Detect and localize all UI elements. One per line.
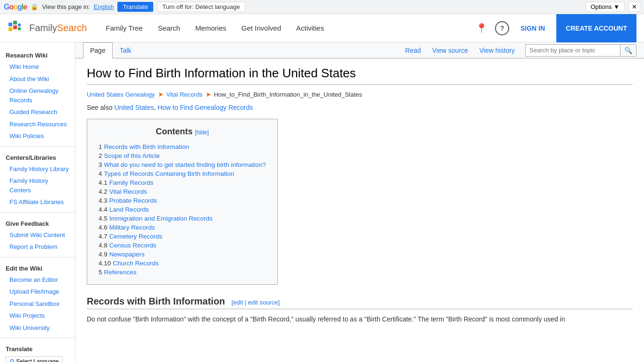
toc-item-1: 1Records with Birth Information — [99, 142, 266, 151]
sidebar-item-fhc[interactable]: Family History Centers — [0, 175, 75, 196]
toc-link-4-4[interactable]: Land Records — [109, 206, 149, 213]
toc-link-4-5[interactable]: Immigration and Emigration Records — [109, 215, 213, 222]
article-tabs: Page Talk Read View source View history … — [75, 42, 644, 58]
section1-edit-links: [edit | edit source] — [231, 299, 280, 306]
nav-activities[interactable]: Activities — [289, 14, 331, 42]
toc-item-4-9: 4.9Newspapers — [99, 250, 266, 259]
see-also-link-genealogy[interactable]: How to Find Genealogy Records — [157, 104, 253, 111]
toc-link-4-8[interactable]: Census Records — [109, 242, 157, 249]
location-icon-button[interactable]: 📍 — [474, 21, 489, 36]
sidebar-item-wiki-university[interactable]: Wiki University — [0, 322, 75, 334]
toc-hide-link[interactable]: [hide] — [195, 129, 208, 136]
close-translate-button[interactable]: ✕ — [628, 2, 640, 12]
tab-actions: Read View source View history 🔍 — [400, 43, 636, 58]
nav-memories[interactable]: Memories — [188, 14, 234, 42]
wiki-search-box: 🔍 — [525, 44, 636, 57]
logo-text: FamilySearch — [29, 23, 87, 33]
section1-heading: Records with Birth Information [edit | e… — [87, 296, 633, 309]
toc-item-4-3: 4.3Probate Records — [99, 196, 266, 205]
toc-link-2[interactable]: Scope of this Article — [104, 152, 160, 159]
svg-rect-5 — [18, 27, 21, 30]
toc-item-4-2: 4.2Vital Records — [99, 187, 266, 196]
section1-edit-source-link[interactable]: edit source — [248, 299, 278, 306]
sidebar-item-fhl[interactable]: Family History Library — [0, 163, 75, 175]
toc-link-4-10[interactable]: Church Records — [113, 260, 159, 267]
view-label: View this page in: — [42, 3, 90, 10]
toc-link-4-9[interactable]: Newspapers — [109, 251, 145, 258]
sidebar-item-guided-research[interactable]: Guided Research — [0, 106, 75, 118]
breadcrumb-vital-records[interactable]: Vital Records — [166, 91, 203, 98]
sidebar-item-fs-affiliate[interactable]: FS Affiliate Libraries — [0, 196, 75, 208]
options-button[interactable]: Options ▼ — [586, 2, 625, 12]
sidebar: Research Wiki Wiki Home About the Wiki O… — [0, 42, 75, 362]
sidebar-item-upload-file[interactable]: Upload File/Image — [0, 286, 75, 298]
logo-link[interactable]: FamilySearch — [8, 19, 87, 38]
toc-link-4-1[interactable]: Family Records — [109, 179, 154, 186]
breadcrumb-arrow-1: ➤ — [158, 90, 164, 98]
translate-bar: Google 🔒 View this page in: English Tran… — [0, 0, 644, 14]
tab-action-read[interactable]: Read — [400, 43, 425, 58]
toc-item-4: 4Types of Records Containing Birth Infor… — [99, 169, 266, 178]
svg-rect-2 — [8, 27, 12, 31]
nav-links: Family Tree Search Memories Get Involved… — [98, 14, 474, 42]
main-content: Page Talk Read View source View history … — [75, 42, 644, 362]
section1-edit-link[interactable]: edit — [233, 299, 243, 306]
sidebar-item-wiki-home[interactable]: Wiki Home — [0, 61, 75, 73]
toc-title: Contents [hide] — [99, 127, 266, 137]
sidebar-section-translate: Translate — [0, 342, 75, 354]
toc-link-4[interactable]: Types of Records Containing Birth Inform… — [104, 170, 234, 177]
nav-get-involved[interactable]: Get Involved — [234, 14, 289, 42]
turnoff-button[interactable]: Turn off for: Detect language — [157, 2, 245, 12]
sidebar-divider-3 — [0, 257, 75, 257]
signin-button[interactable]: SIGN IN — [515, 22, 551, 35]
sidebar-item-personal-sandbox[interactable]: Personal Sandbox — [0, 298, 75, 310]
sidebar-item-about-wiki[interactable]: About the Wiki — [0, 73, 75, 85]
sidebar-item-online-genealogy[interactable]: Online Genealogy Records — [0, 85, 75, 106]
toc-link-4-3[interactable]: Probate Records — [109, 197, 157, 204]
sidebar-section-centers: Centers/Libraries — [0, 150, 75, 163]
toc-link-4-7[interactable]: Cemetery Records — [109, 233, 163, 240]
sidebar-item-research-resources[interactable]: Research Resources — [0, 118, 75, 131]
toc-item-2: 2Scope of this Article — [99, 151, 266, 160]
breadcrumb-us-genealogy[interactable]: United States Genealogy — [87, 91, 155, 98]
toc-item-4-10: 4.10Church Records — [99, 259, 266, 268]
help-icon-button[interactable]: ? — [495, 21, 509, 35]
toc-list: 1Records with Birth Information 2Scope o… — [99, 142, 266, 277]
breadcrumb-current: How_to_Find_Birth_Information_in_the_Uni… — [214, 91, 362, 98]
nav-search[interactable]: Search — [150, 14, 188, 42]
tab-talk[interactable]: Talk — [113, 42, 139, 58]
main-nav: FamilySearch Family Tree Search Memories… — [0, 14, 644, 42]
sidebar-divider-4 — [0, 337, 75, 338]
wiki-search-input[interactable] — [526, 45, 620, 56]
sidebar-item-wiki-projects[interactable]: Wiki Projects — [0, 310, 75, 322]
create-account-button[interactable]: CREATE ACCOUNT — [556, 14, 636, 42]
sidebar-item-report-problem[interactable]: Report a Problem — [0, 241, 75, 253]
toc-item-5: 5References — [99, 268, 266, 277]
see-also: See also United States, How to Find Gene… — [87, 104, 633, 111]
lock-icon: 🔒 — [31, 3, 38, 10]
language-link[interactable]: English — [94, 3, 114, 10]
sidebar-section-research-wiki: Research Wiki — [0, 48, 75, 61]
toc-link-5[interactable]: References — [104, 269, 137, 276]
toc-link-4-2[interactable]: Vital Records — [109, 188, 147, 195]
see-also-prefix: See also — [87, 104, 112, 111]
see-also-link-us[interactable]: United States — [114, 104, 154, 111]
sidebar-section-feedback: Give Feedback — [0, 216, 75, 229]
tab-page[interactable]: Page — [83, 42, 113, 58]
translate-button[interactable]: Translate — [117, 2, 153, 12]
svg-rect-4 — [18, 24, 21, 26]
wiki-search-button[interactable]: 🔍 — [620, 45, 636, 56]
sidebar-item-wiki-policies[interactable]: Wiki Policies — [0, 130, 75, 142]
tab-action-view-history[interactable]: View history — [475, 43, 520, 58]
nav-family-tree[interactable]: Family Tree — [98, 14, 150, 42]
toc-link-3[interactable]: What do you need to get started finding … — [104, 161, 266, 168]
sidebar-item-become-editor[interactable]: Become an Editor — [0, 274, 75, 286]
see-also-comma: , — [154, 104, 156, 111]
select-language-button[interactable]: G Select Language — [6, 356, 63, 362]
toc-link-4-6[interactable]: Military Records — [109, 224, 155, 231]
toc-item-4-5: 4.5Immigration and Emigration Records — [99, 214, 266, 223]
sidebar-item-submit-wiki[interactable]: Submit Wiki Content — [0, 229, 75, 241]
toc-link-1[interactable]: Records with Birth Information — [104, 143, 190, 150]
tab-action-view-source[interactable]: View source — [428, 43, 473, 58]
familysearch-logo-icon — [8, 19, 26, 38]
